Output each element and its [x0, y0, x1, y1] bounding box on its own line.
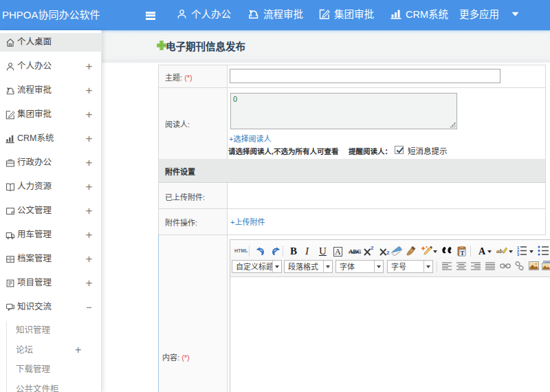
svg-text:ab: ab — [496, 248, 503, 254]
svg-text:T: T — [460, 250, 464, 257]
svg-text:3: 3 — [517, 252, 520, 256]
